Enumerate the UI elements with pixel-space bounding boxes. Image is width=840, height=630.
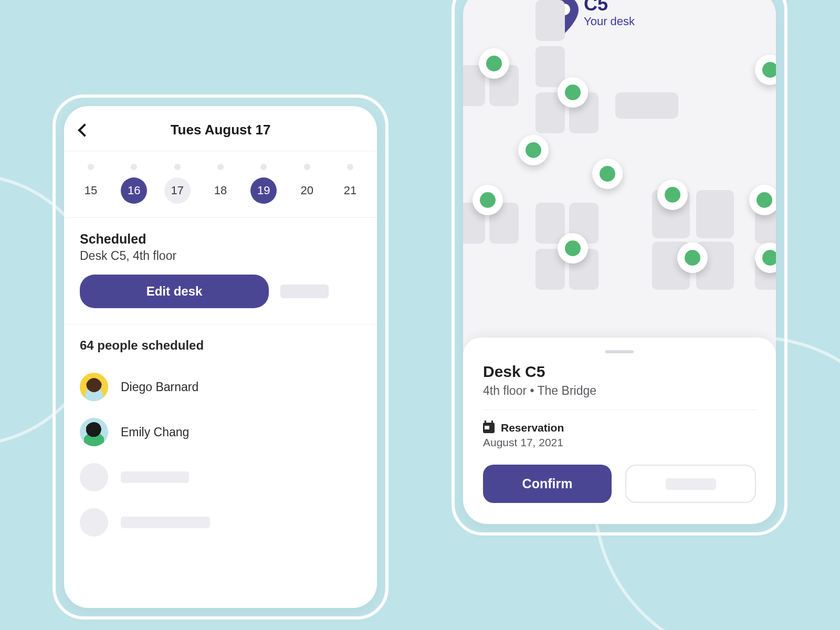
desk-block [536, 46, 565, 87]
people-count-title: 64 people scheduled [80, 338, 361, 353]
reservation-date: August 17, 2021 [483, 436, 756, 449]
date-cell[interactable]: 15 [78, 164, 104, 204]
edit-desk-button[interactable]: Edit desk [80, 275, 269, 308]
date-dot-icon [131, 164, 137, 170]
person-name: Diego Barnard [121, 380, 198, 394]
date-dot-icon [304, 164, 310, 170]
location-label: C5 Your desk [584, 0, 635, 28]
date-cell[interactable]: 16 [121, 164, 147, 204]
scheduled-section: Scheduled Desk C5, 4th floor Edit desk [64, 218, 377, 324]
scheduled-actions: Edit desk [80, 275, 361, 308]
scheduled-subtitle: Desk C5, 4th floor [80, 249, 361, 263]
available-desk-pin[interactable] [657, 180, 688, 210]
confirmation-sheet: Desk C5 4th floor • The Bridge Reservati… [463, 338, 776, 524]
date-number: 18 [207, 177, 234, 204]
confirm-button[interactable]: Confirm [483, 465, 612, 503]
date-cell[interactable]: 17 [164, 164, 191, 204]
date-cell[interactable]: 18 [207, 164, 234, 204]
date-dot-icon [217, 164, 224, 170]
header-title: Tues August 17 [80, 122, 361, 138]
phone-frame-map: C5 Your desk [452, 0, 788, 536]
scheduled-title: Scheduled [80, 232, 361, 247]
phone-frame-schedule: Tues August 17 15 16 17 18 19 [52, 94, 388, 620]
date-dot-icon [88, 164, 94, 170]
date-dot-icon [260, 164, 267, 170]
date-dot-icon [174, 164, 181, 170]
date-cell[interactable]: 21 [337, 164, 363, 204]
desk-block [536, 0, 565, 41]
date-number: 15 [78, 177, 104, 204]
date-selector: 15 16 17 18 19 20 [64, 151, 377, 218]
person-row-placeholder [80, 500, 361, 545]
schedule-screen: Tues August 17 15 16 17 18 19 [64, 106, 377, 608]
placeholder-secondary-action[interactable] [280, 285, 329, 298]
available-desk-pin[interactable] [755, 55, 776, 85]
person-row[interactable]: Diego Barnard [80, 364, 361, 410]
people-section: 64 people scheduled Diego Barnard Emily … [64, 324, 377, 566]
location-subtitle: Your desk [584, 15, 635, 28]
person-name: Emily Chang [121, 425, 189, 439]
sheet-drag-handle[interactable] [605, 350, 634, 353]
reservation-label: Reservation [501, 422, 564, 434]
reservation-row: Reservation [483, 422, 756, 434]
date-number: 20 [294, 177, 320, 204]
schedule-header: Tues August 17 [64, 106, 377, 151]
date-cell[interactable]: 19 [250, 164, 277, 204]
name-placeholder [121, 517, 210, 528]
sheet-subtitle: 4th floor • The Bridge [483, 384, 756, 410]
map-screen: C5 Your desk [463, 0, 776, 524]
name-placeholder [121, 471, 189, 483]
available-desk-pin[interactable] [677, 243, 708, 273]
date-dot-icon [347, 164, 353, 170]
available-desk-pin[interactable] [749, 185, 776, 215]
avatar [80, 418, 108, 446]
calendar-icon [483, 423, 495, 433]
secondary-sheet-button[interactable] [625, 465, 756, 503]
available-desk-pin[interactable] [479, 48, 509, 79]
placeholder-label [666, 478, 716, 490]
person-row[interactable]: Emily Chang [80, 410, 361, 455]
avatar-placeholder [80, 508, 108, 537]
date-number: 19 [250, 177, 277, 204]
avatar-placeholder [80, 463, 108, 491]
date-number: 16 [121, 177, 147, 204]
available-desk-pin[interactable] [592, 159, 623, 189]
avatar [80, 373, 108, 401]
available-desk-pin[interactable] [558, 77, 588, 108]
date-number: 17 [164, 177, 191, 204]
date-number: 21 [337, 177, 363, 204]
location-code: C5 [584, 0, 635, 14]
sheet-actions: Confirm [483, 465, 756, 503]
person-row-placeholder [80, 455, 361, 500]
available-desk-pin[interactable] [518, 135, 549, 165]
available-desk-pin[interactable] [558, 233, 588, 264]
sheet-title: Desk C5 [483, 363, 756, 381]
desk-block [696, 190, 734, 238]
desk-block [615, 92, 678, 119]
date-cell[interactable]: 20 [294, 164, 320, 204]
desk-block [536, 203, 565, 244]
available-desk-pin[interactable] [472, 185, 503, 215]
